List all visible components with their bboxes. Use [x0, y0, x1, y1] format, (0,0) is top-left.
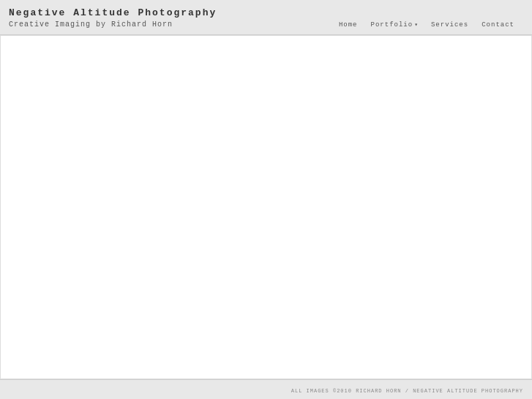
nav-bar: Creative Imaging by Richard Horn Home Po… [9, 19, 523, 31]
nav-links: Home Portfolio ▾ Services Contact [339, 21, 514, 29]
nav-services[interactable]: Services [431, 21, 468, 29]
nav-home[interactable]: Home [339, 21, 358, 29]
site-title-bar: Negative Altitude Photography [9, 6, 523, 19]
portfolio-nav[interactable]: Portfolio ▾ [371, 21, 418, 29]
site-title: Negative Altitude Photography [9, 7, 217, 18]
portfolio-dropdown-arrow: ▾ [414, 21, 418, 28]
footer: All images ©2010 RICHARD HORN / NEGATIVE… [0, 379, 532, 399]
nav-contact[interactable]: Contact [482, 21, 514, 29]
nav-portfolio[interactable]: Portfolio [371, 21, 413, 29]
footer-copyright: All images ©2010 RICHARD HORN / NEGATIVE… [291, 388, 523, 394]
header: Negative Altitude Photography Creative I… [0, 0, 532, 35]
main-content [0, 35, 532, 379]
tagline: Creative Imaging by Richard Horn [9, 20, 173, 29]
